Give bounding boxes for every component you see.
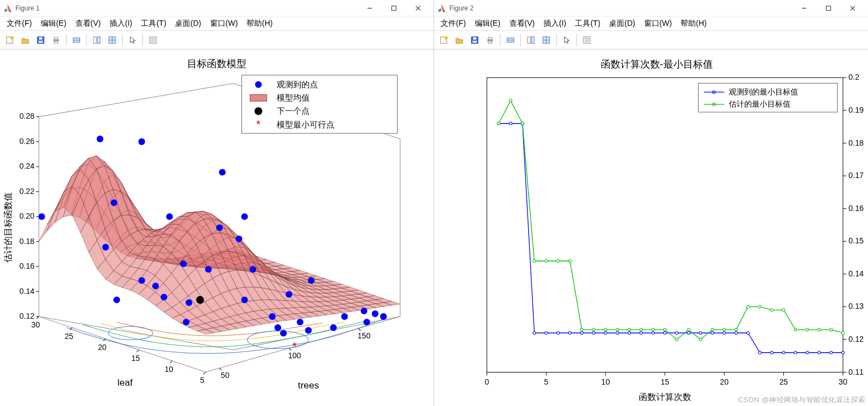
save-icon[interactable] (468, 33, 482, 47)
menu-desktop[interactable]: 桌面(D) (605, 18, 639, 30)
menu-view[interactable]: 查看(V) (71, 18, 106, 30)
menu-window[interactable]: 窗口(W) (640, 18, 677, 30)
svg-point-542 (97, 136, 103, 142)
svg-point-676 (604, 329, 607, 331)
svg-text:5: 5 (200, 376, 205, 385)
menu-tools[interactable]: 工具(T) (570, 18, 605, 30)
svg-point-649 (640, 331, 642, 334)
svg-rect-15 (97, 37, 100, 43)
open-icon[interactable] (452, 33, 466, 47)
figure-2-axes[interactable]: 函数计算次数-最小目标值 0.110.120.130.140.150.160.1… (434, 49, 868, 406)
legend-estimated-min: 估计的最小目标值 (728, 99, 790, 108)
svg-point-552 (185, 299, 192, 306)
menu-tools[interactable]: 工具(T) (136, 18, 171, 30)
svg-text:15: 15 (131, 354, 140, 363)
svg-point-683 (687, 329, 690, 331)
svg-point-545 (102, 244, 109, 251)
legend[interactable]: 观测到的最小目标值 估计的最小目标值 (698, 84, 837, 113)
svg-rect-8 (39, 41, 43, 43)
close-button[interactable] (406, 1, 430, 16)
print-icon[interactable] (483, 33, 497, 47)
properties-icon[interactable] (146, 33, 160, 47)
pointer-icon[interactable] (559, 33, 574, 47)
svg-point-669 (521, 122, 524, 125)
maximize-button[interactable] (382, 1, 406, 16)
svg-point-670 (533, 259, 536, 262)
svg-text:0.12: 0.12 (849, 335, 864, 343)
minimize-button[interactable] (792, 1, 816, 16)
svg-point-643 (569, 331, 572, 334)
svg-point-688 (746, 305, 749, 308)
sub-plot-icon[interactable] (539, 33, 553, 47)
model-min-marker: * (293, 340, 297, 352)
svg-text:25: 25 (779, 377, 788, 386)
svg-point-577 (255, 107, 262, 115)
svg-text:0.20: 0.20 (19, 212, 35, 220)
svg-point-647 (616, 331, 619, 334)
svg-point-662 (794, 351, 797, 354)
svg-text:0.16: 0.16 (849, 204, 864, 213)
open-icon[interactable] (18, 33, 32, 47)
svg-point-544 (111, 199, 117, 206)
svg-text:0.17: 0.17 (849, 171, 864, 180)
svg-rect-587 (473, 41, 477, 43)
svg-point-653 (687, 331, 690, 334)
data-cursor-icon[interactable] (69, 33, 84, 47)
svg-point-584 (444, 36, 448, 40)
minimize-button[interactable] (358, 1, 382, 16)
svg-point-686 (723, 329, 726, 331)
menu-desktop[interactable]: 桌面(D) (171, 18, 205, 30)
maximize-button[interactable] (816, 1, 840, 16)
menu-view[interactable]: 查看(V) (505, 18, 540, 30)
legend[interactable]: 观测到的点 模型均值 下一个点 * 模型最小可行点 (241, 75, 397, 134)
link-plot-icon[interactable] (524, 33, 538, 47)
svg-point-694 (818, 329, 821, 331)
svg-point-673 (569, 259, 572, 262)
close-button[interactable] (840, 1, 865, 16)
menu-insert[interactable]: 插入(I) (105, 18, 136, 30)
figure-2-toolbar (434, 31, 868, 49)
svg-text:0.19: 0.19 (849, 105, 864, 114)
new-figure-icon[interactable] (3, 33, 17, 47)
svg-point-657 (735, 331, 738, 334)
svg-point-692 (794, 329, 797, 331)
print-icon[interactable] (49, 33, 63, 47)
svg-rect-580 (826, 6, 831, 10)
svg-line-57 (359, 329, 361, 331)
menu-edit[interactable]: 编辑(E) (470, 18, 505, 30)
menu-file[interactable]: 文件(F) (436, 18, 470, 30)
svg-point-558 (250, 266, 256, 272)
z-axis-label: 估计的目标函数值 (3, 193, 13, 264)
x-axis-label: 函数计算次数 (639, 392, 691, 402)
link-plot-icon[interactable] (90, 33, 104, 47)
menu-help[interactable]: 帮助(H) (676, 18, 711, 30)
menu-edit[interactable]: 编辑(E) (36, 18, 71, 30)
figure-1-menubar: 文件(F) 编辑(E) 查看(V) 插入(I) 工具(T) 桌面(D) 窗口(W… (0, 16, 433, 31)
figure-1-axes[interactable]: 目标函数模型 0.120.140.160.180.200.220.240.260… (0, 49, 433, 406)
data-cursor-icon[interactable] (503, 33, 518, 47)
svg-point-654 (699, 331, 702, 334)
new-figure-icon[interactable] (437, 33, 451, 47)
svg-text:150: 150 (358, 331, 371, 340)
pointer-icon[interactable] (125, 33, 140, 47)
menu-window[interactable]: 窗口(W) (206, 18, 243, 30)
svg-text:10: 10 (164, 365, 173, 374)
svg-point-570 (372, 310, 378, 317)
svg-point-674 (580, 329, 583, 331)
svg-point-668 (509, 99, 512, 102)
svg-rect-1 (392, 6, 396, 10)
menu-help[interactable]: 帮助(H) (242, 18, 277, 30)
svg-point-690 (770, 309, 773, 312)
svg-point-566 (330, 324, 337, 331)
sub-plot-icon[interactable] (105, 33, 119, 47)
svg-point-685 (711, 329, 714, 331)
svg-point-549 (113, 297, 120, 303)
svg-point-652 (675, 331, 678, 334)
menu-insert[interactable]: 插入(I) (539, 18, 570, 30)
save-icon[interactable] (34, 33, 48, 47)
properties-icon[interactable] (580, 33, 594, 47)
menu-file[interactable]: 文件(F) (2, 18, 36, 30)
svg-point-651 (663, 331, 666, 334)
svg-point-554 (216, 224, 223, 231)
figure-1-title: Figure 1 (15, 4, 40, 12)
